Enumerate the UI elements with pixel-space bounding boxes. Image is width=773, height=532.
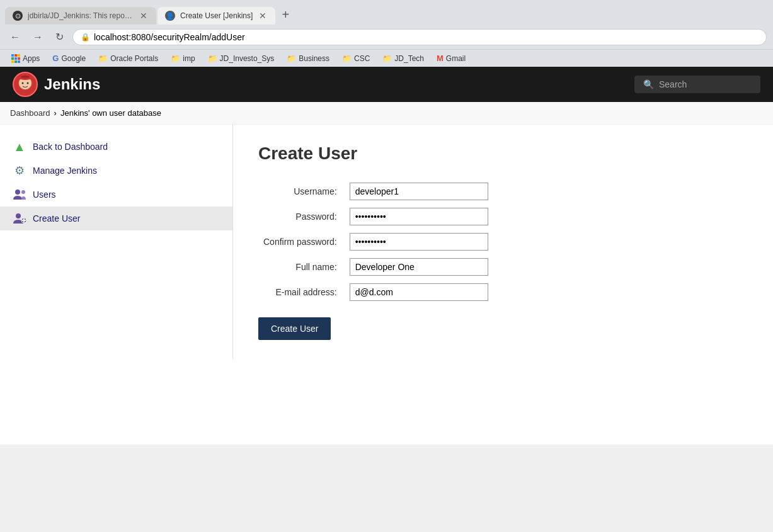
tab-1-title: jdbirla/JD_Jenkins: This repositor... [28, 11, 134, 20]
table-row: Username: [258, 179, 493, 204]
lock-icon: 🔒 [81, 33, 90, 42]
sidebar-item-manage-jenkins[interactable]: ⚙ Manage Jenkins [0, 159, 232, 183]
bookmark-apps-label: Apps [23, 54, 40, 63]
bookmark-csc-label: CSC [354, 54, 370, 63]
tab-1[interactable]: ⊙ jdbirla/JD_Jenkins: This repositor... … [5, 7, 156, 25]
breadcrumb-separator: › [54, 108, 57, 118]
tab-2[interactable]: 👤 Create User [Jenkins] ✕ [157, 7, 275, 25]
sidebar-item-users[interactable]: Users [0, 183, 232, 207]
svg-point-12 [21, 76, 30, 78]
bookmarks-bar: Apps G Google 📁 Oracle Portals 📁 imp 📁 J… [0, 49, 773, 67]
bookmark-google[interactable]: G Google [47, 52, 91, 64]
sidebar-label-back-to-dashboard: Back to Dashboard [33, 142, 108, 152]
svg-rect-3 [11, 57, 14, 60]
bookmark-google-label: Google [61, 54, 86, 63]
breadcrumb-current: Jenkins' own user database [60, 108, 161, 118]
bookmark-apps[interactable]: Apps [6, 53, 45, 64]
jd-investo-folder-icon: 📁 [208, 54, 217, 63]
svg-rect-6 [11, 60, 14, 63]
browser-chrome: ⊙ jdbirla/JD_Jenkins: This repositor... … [0, 0, 773, 67]
bookmark-oracle[interactable]: 📁 Oracle Portals [93, 53, 163, 64]
confirm-password-input[interactable] [350, 233, 488, 251]
tab-2-title: Create User [Jenkins] [180, 11, 253, 20]
jenkins-search[interactable]: 🔍 Search [634, 76, 760, 93]
svg-point-17 [16, 213, 21, 218]
form-table: Username: Password: Confir [258, 179, 493, 305]
jenkins-logo: Jenkins [13, 72, 634, 97]
table-row: Confirm password: [258, 229, 493, 254]
sidebar-label-create-user: Create User [33, 213, 80, 224]
gear-icon: ⚙ [13, 164, 26, 178]
svg-rect-8 [18, 60, 20, 63]
username-input[interactable] [350, 183, 488, 200]
bookmark-business[interactable]: 📁 Business [282, 53, 335, 64]
tab-bar: ⊙ jdbirla/JD_Jenkins: This repositor... … [0, 0, 773, 25]
search-label: Search [659, 79, 687, 89]
breadcrumb-home[interactable]: Dashboard [10, 108, 50, 118]
table-row: E-mail address: [258, 280, 493, 305]
bookmark-oracle-label: Oracle Portals [110, 54, 158, 63]
arrow-up-icon: ▲ [13, 140, 26, 154]
username-label: Username: [258, 179, 345, 204]
bookmark-business-label: Business [299, 54, 329, 63]
tab-2-icon: 👤 [165, 11, 175, 21]
tab-1-close[interactable]: ✕ [139, 11, 149, 21]
bookmark-jd-investo[interactable]: 📁 JD_Investo_Sys [203, 53, 280, 64]
jenkins-header: Jenkins 🔍 Search [0, 67, 773, 102]
fullname-input[interactable] [350, 258, 488, 276]
bookmark-csc[interactable]: 📁 CSC [337, 53, 375, 64]
imp-folder-icon: 📁 [171, 54, 180, 63]
form-area: Create User Username: Password: [233, 125, 773, 359]
svg-point-14 [27, 82, 29, 84]
svg-rect-7 [14, 60, 17, 63]
svg-point-16 [21, 190, 25, 194]
forward-button[interactable]: → [29, 29, 47, 45]
jenkins-logo-icon [13, 72, 38, 97]
email-input[interactable] [350, 283, 488, 301]
bookmark-jd-tech[interactable]: 📁 JD_Tech [377, 53, 429, 64]
bookmark-gmail-label: Gmail [446, 54, 466, 63]
password-input[interactable] [350, 208, 488, 225]
back-button[interactable]: ← [6, 29, 24, 45]
table-row: Full name: [258, 254, 493, 280]
svg-rect-2 [18, 54, 20, 57]
business-folder-icon: 📁 [287, 54, 296, 63]
create-user-icon [13, 212, 26, 225]
google-icon: G [52, 54, 59, 63]
url-input[interactable] [94, 32, 759, 42]
sidebar-item-create-user[interactable]: Create User [0, 207, 232, 230]
create-user-button[interactable]: Create User [258, 317, 331, 340]
search-icon: 🔍 [643, 79, 654, 89]
oracle-folder-icon: 📁 [98, 54, 108, 63]
sidebar-item-back-to-dashboard[interactable]: ▲ Back to Dashboard [0, 135, 232, 159]
main-layout: ▲ Back to Dashboard ⚙ Manage Jenkins Use… [0, 125, 773, 359]
svg-rect-0 [11, 54, 14, 57]
bookmark-jd-investo-label: JD_Investo_Sys [220, 54, 275, 63]
table-row: Password: [258, 204, 493, 229]
email-label: E-mail address: [258, 280, 345, 305]
svg-rect-5 [18, 57, 20, 60]
bookmark-imp-label: imp [183, 54, 195, 63]
address-bar[interactable]: 🔒 [72, 29, 767, 45]
svg-point-13 [22, 82, 24, 84]
address-bar-row: ← → ↻ 🔒 [0, 25, 773, 49]
tab-1-icon: ⊙ [13, 11, 23, 21]
new-tab-button[interactable]: + [277, 5, 294, 25]
jd-tech-folder-icon: 📁 [382, 54, 392, 63]
tab-2-close[interactable]: ✕ [258, 11, 268, 21]
page-content: Jenkins 🔍 Search Dashboard › Jenkins' ow… [0, 67, 773, 444]
csc-folder-icon: 📁 [342, 54, 352, 63]
svg-rect-4 [14, 57, 17, 60]
svg-point-15 [15, 190, 20, 195]
breadcrumb: Dashboard › Jenkins' own user database [0, 102, 773, 125]
reload-button[interactable]: ↻ [52, 28, 67, 45]
sidebar: ▲ Back to Dashboard ⚙ Manage Jenkins Use… [0, 125, 233, 359]
users-icon [13, 188, 26, 201]
bookmark-jd-tech-label: JD_Tech [394, 54, 424, 63]
confirm-password-label: Confirm password: [258, 229, 345, 254]
bookmark-gmail[interactable]: M Gmail [432, 52, 471, 64]
sidebar-label-manage-jenkins: Manage Jenkins [33, 166, 97, 176]
password-label: Password: [258, 204, 345, 229]
bookmark-imp[interactable]: 📁 imp [166, 53, 200, 64]
fullname-label: Full name: [258, 254, 345, 280]
